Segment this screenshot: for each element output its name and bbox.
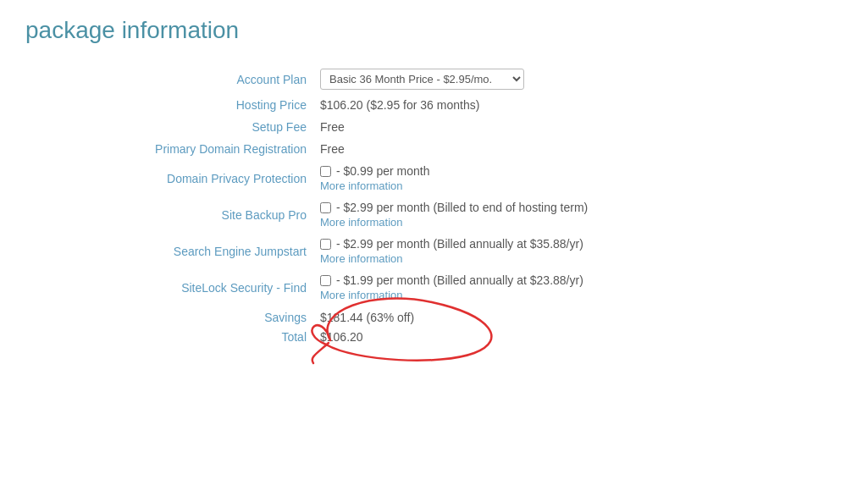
page-title: package information xyxy=(25,17,843,44)
setup-fee-value: Free xyxy=(313,116,720,138)
hosting-price-row: Hosting Price $106.20 ($2.95 for 36 mont… xyxy=(25,94,720,116)
total-label: Total xyxy=(25,328,313,348)
sitelock-value: - $1.99 per month (Billed annually at $2… xyxy=(313,269,720,306)
domain-privacy-label: Domain Privacy Protection xyxy=(25,160,313,196)
domain-privacy-value: - $0.99 per month More information xyxy=(313,160,720,196)
hosting-price-label: Hosting Price xyxy=(25,94,313,116)
hosting-price-value: $106.20 ($2.95 for 36 months) xyxy=(313,94,720,116)
search-engine-row: Search Engine Jumpstart - $2.99 per mont… xyxy=(25,233,720,269)
package-info-table: Account Plan Basic 36 Month Price - $2.9… xyxy=(25,64,720,348)
search-engine-text: - $2.99 per month (Billed annually at $3… xyxy=(336,237,583,251)
domain-privacy-row: Domain Privacy Protection - $0.99 per mo… xyxy=(25,160,720,196)
site-backup-text: - $2.99 per month (Billed to end of host… xyxy=(336,201,588,214)
savings-amount: $181.44 (63% off) xyxy=(320,311,414,324)
savings-value: $181.44 (63% off) xyxy=(313,306,720,328)
setup-fee-row: Setup Fee Free xyxy=(25,116,720,138)
site-backup-value: - $2.99 per month (Billed to end of host… xyxy=(313,196,720,233)
savings-row: Savings $181.44 (63% off) xyxy=(25,306,720,328)
sitelock-row: SiteLock Security - Find - $1.99 per mon… xyxy=(25,269,720,306)
sitelock-label: SiteLock Security - Find xyxy=(25,269,313,306)
setup-fee-label: Setup Fee xyxy=(25,116,313,138)
account-plan-label: Account Plan xyxy=(25,64,313,94)
search-engine-label: Search Engine Jumpstart xyxy=(25,233,313,269)
search-engine-value: - $2.99 per month (Billed annually at $3… xyxy=(313,233,720,269)
sitelock-more-info[interactable]: More information xyxy=(320,289,713,301)
domain-privacy-text: - $0.99 per month xyxy=(336,164,430,178)
site-backup-checkbox[interactable] xyxy=(320,202,331,213)
total-row: Total $106.20 xyxy=(25,328,720,348)
account-plan-select[interactable]: Basic 36 Month Price - $2.95/mo. Basic 2… xyxy=(320,69,524,90)
total-amount: $106.20 xyxy=(313,328,720,348)
account-plan-row: Account Plan Basic 36 Month Price - $2.9… xyxy=(25,64,720,94)
primary-domain-value: Free xyxy=(313,138,720,160)
site-backup-row: Site Backup Pro - $2.99 per month (Bille… xyxy=(25,196,720,233)
domain-privacy-checkbox[interactable] xyxy=(320,166,331,177)
site-backup-more-info[interactable]: More information xyxy=(320,216,713,229)
domain-privacy-more-info[interactable]: More information xyxy=(320,179,713,192)
account-plan-value: Basic 36 Month Price - $2.95/mo. Basic 2… xyxy=(313,64,720,94)
sitelock-checkbox[interactable] xyxy=(320,275,331,286)
primary-domain-label: Primary Domain Registration xyxy=(25,138,313,160)
search-engine-more-info[interactable]: More information xyxy=(320,252,713,265)
primary-domain-row: Primary Domain Registration Free xyxy=(25,138,720,160)
site-backup-label: Site Backup Pro xyxy=(25,196,313,233)
sitelock-text: - $1.99 per month (Billed annually at $2… xyxy=(336,273,583,287)
savings-label: Savings xyxy=(25,306,313,328)
search-engine-checkbox[interactable] xyxy=(320,239,331,250)
